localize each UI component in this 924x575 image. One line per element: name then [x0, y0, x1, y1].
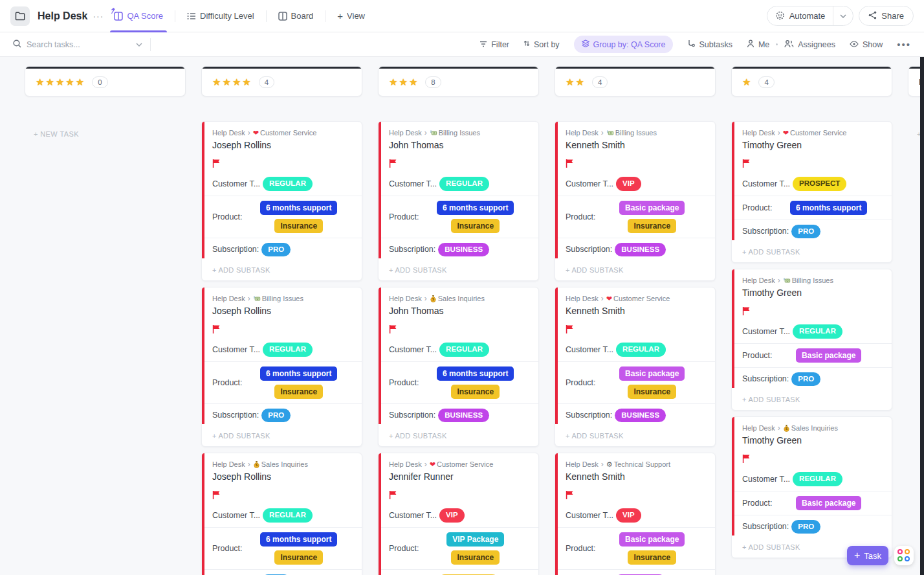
tag-insurance[interactable]: Insurance	[274, 550, 323, 565]
task-name[interactable]: Timothy Green	[732, 137, 892, 150]
vertical-scrollbar[interactable]	[920, 57, 924, 575]
task-card[interactable]: Help Desk›Billing IssuesJoseph RollinsCu…	[201, 287, 362, 447]
task-card[interactable]: Help Desk›$Sales InquiriesJohn ThomasCus…	[378, 287, 539, 447]
breadcrumb-category[interactable]: $Sales Inquiries	[253, 460, 308, 468]
tag-pro[interactable]: PRO	[791, 372, 820, 387]
tag-regular[interactable]: REGULAR	[616, 343, 666, 357]
apps-widget-button[interactable]	[894, 546, 914, 565]
column-header[interactable]: ★★★★4	[201, 66, 362, 96]
task-card[interactable]: Help Desk›❤Customer ServiceTimothy Green…	[731, 121, 892, 263]
new-task-fab[interactable]: + Task	[847, 546, 888, 565]
breadcrumb-category[interactable]: Billing Issues	[783, 276, 833, 284]
breadcrumb-category[interactable]: Billing Issues	[253, 295, 303, 302]
automate-button[interactable]: Automate	[767, 6, 833, 25]
column-header[interactable]: ★★4	[555, 66, 716, 96]
tag-regular[interactable]: REGULAR	[263, 177, 313, 191]
add-subtask-button[interactable]: + ADD SUBTASK	[379, 427, 538, 446]
subtasks-button[interactable]: Subtasks	[687, 39, 732, 49]
tag-vip-package[interactable]: VIP Package	[446, 532, 504, 547]
me-filter-button[interactable]: Me	[747, 39, 769, 50]
breadcrumb-root[interactable]: Help Desk	[742, 424, 775, 432]
tag-insurance[interactable]: Insurance	[451, 385, 500, 399]
tag-insurance[interactable]: Insurance	[274, 385, 323, 399]
tag-business[interactable]: BUSINESS	[615, 243, 666, 257]
breadcrumb-category[interactable]: ❤Customer Service	[606, 295, 670, 302]
tag-business[interactable]: BUSINESS	[438, 243, 489, 257]
priority-flag-icon[interactable]	[202, 316, 362, 338]
toolbar-more-button[interactable]: •••	[897, 39, 911, 50]
tag-regular[interactable]: REGULAR	[263, 343, 313, 357]
tag-regular[interactable]: REGULAR	[439, 343, 489, 357]
breadcrumb-root[interactable]: Help Desk	[742, 129, 775, 137]
task-name[interactable]: Joseph Rollins	[202, 303, 362, 316]
sort-button[interactable]: Sort by	[523, 39, 560, 49]
tag-insurance[interactable]: Insurance	[451, 550, 500, 565]
tag-insurance[interactable]: Insurance	[628, 550, 676, 565]
task-name[interactable]: John Thomas	[379, 137, 538, 150]
priority-flag-icon[interactable]	[202, 150, 362, 172]
breadcrumb-root[interactable]: Help Desk	[389, 129, 422, 137]
priority-flag-icon[interactable]	[555, 316, 715, 338]
column-header[interactable]: ★★★★★0	[25, 66, 186, 96]
tag-pro[interactable]: PRO	[261, 409, 291, 423]
tab-qa-score[interactable]: QA Score	[110, 0, 167, 32]
show-button[interactable]: Show	[850, 40, 883, 49]
folder-icon[interactable]	[10, 6, 30, 26]
tag-regular[interactable]: REGULAR	[439, 177, 489, 191]
add-subtask-button[interactable]: + ADD SUBTASK	[202, 261, 362, 280]
tag-6-months-support[interactable]: 6 months support	[260, 532, 337, 547]
tag-basic-package[interactable]: Basic package	[796, 348, 861, 363]
tag-6-months-support[interactable]: 6 months support	[437, 201, 514, 215]
task-card[interactable]: Help Desk›$Sales InquiriesTimothy GreenC…	[731, 416, 892, 558]
automate-dropdown-button[interactable]	[833, 6, 853, 25]
tag-basic-package[interactable]: Basic package	[619, 532, 685, 547]
tag-6-months-support[interactable]: 6 months support	[260, 366, 337, 381]
task-card[interactable]: Help Desk›$Sales InquiriesJoseph Rollins…	[201, 453, 362, 575]
task-name[interactable]: Timothy Green	[732, 285, 892, 298]
priority-flag-icon[interactable]	[555, 150, 715, 172]
chevron-down-icon[interactable]	[136, 43, 142, 47]
priority-flag-icon[interactable]	[732, 150, 892, 172]
breadcrumb-category[interactable]: Billing Issues	[430, 129, 480, 137]
breadcrumb-category[interactable]: ❤Customer Service	[783, 129, 847, 137]
priority-flag-icon[interactable]	[732, 298, 892, 320]
task-name[interactable]: Kenneth Smith	[555, 303, 715, 316]
breadcrumb-root[interactable]: Help Desk	[389, 460, 422, 468]
breadcrumb-root[interactable]: Help Desk	[566, 129, 599, 137]
add-subtask-button[interactable]: + ADD SUBTASK	[202, 427, 362, 446]
priority-flag-icon[interactable]	[202, 482, 362, 504]
add-subtask-button[interactable]: + ADD SUBTASK	[732, 243, 892, 262]
task-card[interactable]: Help Desk›Billing IssuesKenneth SmithCus…	[555, 121, 716, 281]
tag-business[interactable]: BUSINESS	[615, 409, 666, 423]
tag-pro[interactable]: PRO	[261, 243, 291, 257]
breadcrumb-root[interactable]: Help Desk	[389, 295, 422, 302]
add-subtask-button[interactable]: + ADD SUBTASK	[379, 261, 538, 280]
priority-flag-icon[interactable]	[732, 445, 892, 468]
task-card[interactable]: Help Desk›❤Customer ServiceJoseph Rollin…	[201, 121, 362, 281]
share-button[interactable]: Share	[859, 6, 914, 26]
breadcrumb-root[interactable]: Help Desk	[212, 460, 245, 468]
tag-business[interactable]: BUSINESS	[438, 409, 489, 423]
title-more-button[interactable]: ···	[93, 11, 104, 21]
tag-6-months-support[interactable]: 6 months support	[437, 366, 514, 381]
tag-basic-package[interactable]: Basic package	[619, 366, 685, 381]
tag-insurance[interactable]: Insurance	[274, 219, 323, 233]
tag-vip[interactable]: VIP	[616, 508, 641, 523]
breadcrumb-category[interactable]: ⚙Technical Support	[606, 460, 670, 468]
breadcrumb-category[interactable]: ❤Customer Service	[430, 460, 494, 468]
breadcrumb-root[interactable]: Help Desk	[566, 460, 599, 468]
tag-vip[interactable]: VIP	[439, 508, 465, 523]
add-subtask-button[interactable]: + ADD SUBTASK	[555, 427, 715, 446]
tag-regular[interactable]: REGULAR	[793, 472, 842, 486]
breadcrumb-category[interactable]: Billing Issues	[606, 129, 657, 137]
tag-basic-package[interactable]: Basic package	[796, 496, 861, 510]
column-header[interactable]: ★4	[731, 66, 892, 96]
search-input[interactable]: Search tasks...	[13, 39, 142, 51]
column-header[interactable]: ★★★8	[378, 66, 539, 96]
filter-button[interactable]: Filter	[479, 40, 509, 49]
new-task-button[interactable]: + NEW TASK	[25, 130, 186, 138]
tag-6-months-support[interactable]: 6 months support	[260, 201, 337, 215]
breadcrumb-root[interactable]: Help Desk	[742, 276, 775, 284]
task-card[interactable]: Help Desk›Billing IssuesTimothy GreenCus…	[731, 269, 892, 411]
group-by-button[interactable]: Group by: QA Score	[574, 36, 674, 53]
